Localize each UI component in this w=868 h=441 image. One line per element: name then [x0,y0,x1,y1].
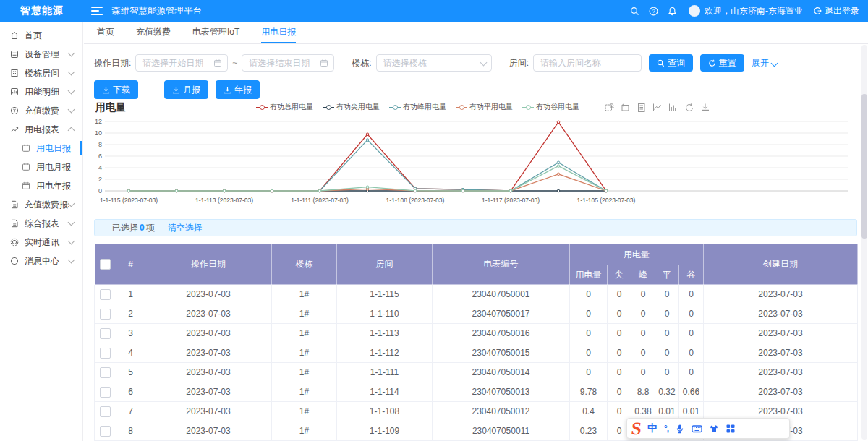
logout-button[interactable]: 退出登录 [813,5,859,17]
save-image-icon[interactable] [700,103,710,115]
selection-bar: 已选择 0 项 清空选择 [94,219,857,236]
start-date-input[interactable] [135,54,228,72]
bar-chart-icon[interactable] [668,103,678,115]
select-all-checkbox[interactable] [100,259,111,270]
microphone-icon[interactable] [675,424,685,434]
search-icon[interactable] [625,0,644,22]
row-checkbox[interactable] [100,426,111,437]
room-field[interactable] [539,57,636,69]
end-date-input[interactable] [242,54,334,72]
avatar[interactable] [689,5,700,17]
search-button[interactable]: 查询 [649,54,693,72]
row-created-date: 2023-07-03 [704,324,858,343]
sidebar-item-11[interactable]: 实时通讯 [0,233,82,252]
scrollbar-track[interactable] [861,45,867,440]
sidebar-item-label: 充值缴费 [25,105,69,117]
sidebar-item-label: 实时通讯 [25,236,69,249]
punctuation-icon[interactable]: °, [664,424,668,434]
row-checkbox[interactable] [100,387,111,398]
sidebar-item-5[interactable]: 用电报表 [0,120,82,139]
room-input[interactable] [533,54,642,72]
app-logo: 智慧能源 [0,4,84,17]
row-select-cell [95,324,116,343]
chevron-down-icon [68,87,75,95]
row-meter-no: 230407050017 [433,304,570,324]
sidebar-item-1[interactable]: 设备管理 [0,45,82,64]
sidebar-item-10[interactable]: 综合报表 [0,214,82,233]
row-room: 1-1-114 [337,382,433,402]
row-usage-ping: 0 [655,343,679,363]
building-select[interactable] [376,54,492,72]
search-icon [657,59,665,67]
table-row[interactable]: 32023-07-031#1-1-11323040705001600000202… [95,324,858,343]
main-content: 首页充值缴费电表管理IoT用电日报 操作日期: ~ 楼栋: 房间: [84,22,868,441]
legend-item-2[interactable]: 有功峰用电量 [389,102,446,112]
table-row[interactable]: 62023-07-031#1-1-1142304070500139.7808.8… [95,382,858,402]
end-date-field[interactable] [247,57,320,69]
keyboard-icon[interactable] [692,424,702,434]
sogou-logo[interactable]: S [631,419,643,437]
sidebar-item-9[interactable]: 充值缴费报表 [0,195,82,214]
collapse-menu-icon[interactable] [91,7,103,15]
restore-icon[interactable] [684,103,694,115]
device-icon [9,49,20,59]
data-view-icon[interactable] [637,103,647,115]
sidebar-item-0[interactable]: 首页 [0,26,82,45]
sidebar-item-8[interactable]: 用电年报 [0,176,82,195]
reset-button[interactable]: 重置 [700,54,744,72]
col-operation-date: 操作日期 [145,244,272,285]
start-date-field[interactable] [141,57,213,69]
tab-0[interactable]: 首页 [97,22,114,43]
legend-item-1[interactable]: 有功尖用电量 [323,102,380,112]
download-button[interactable]: 下载 [94,80,138,99]
legend-item-3[interactable]: 有功平用电量 [456,102,513,112]
row-checkbox[interactable] [100,367,111,378]
sidebar-item-4[interactable]: 充值缴费 [0,101,82,120]
row-checkbox[interactable] [100,348,111,359]
legend-item-4[interactable]: 有功谷用电量 [522,102,579,112]
row-checkbox[interactable] [100,328,111,339]
yearly-report-label: 年报 [234,84,252,96]
line-chart-icon[interactable] [652,103,663,115]
bell-icon[interactable] [663,0,681,22]
home-icon [9,30,20,40]
sidebar-item-12[interactable]: 消息中心 [0,252,82,270]
zoom-box-icon[interactable] [605,103,615,115]
toolbox-grid-icon[interactable] [726,424,736,434]
sidebar-item-2[interactable]: 楼栋房间 [0,64,82,82]
table-row[interactable]: 42023-07-031#1-1-11223040705001500000202… [95,343,858,363]
row-checkbox[interactable] [100,289,111,300]
monthly-report-button[interactable]: 月报 [164,80,208,99]
chevron-down-icon [68,106,75,114]
building-select-field[interactable] [382,57,481,69]
tab-1[interactable]: 充值缴费 [136,22,171,43]
row-checkbox[interactable] [100,406,111,417]
tab-2[interactable]: 电表管理IoT [192,22,239,43]
table-row[interactable]: 12023-07-031#1-1-11523040705000100000202… [95,285,858,304]
building-icon [9,68,20,78]
legend-marker-icon [522,104,534,110]
row-building: 1# [272,285,337,304]
legend-marker-icon [323,104,334,110]
chinese-mode-icon[interactable]: 中 [647,422,658,435]
table-row[interactable]: 52023-07-031#1-1-11123040705001400000202… [95,363,858,382]
row-checkbox[interactable] [100,309,111,320]
clear-selection-link[interactable]: 清空选择 [168,222,203,234]
row-room: 1-1-113 [337,324,433,343]
col-usage-sub-1: 尖 [608,265,631,285]
sidebar-item-6[interactable]: 用电日报 [0,139,82,158]
sidebar-item-7[interactable]: 用电月报 [0,158,82,176]
legend-item-0[interactable]: 有功总用电量 [256,102,313,112]
yearly-report-button[interactable]: 年报 [216,80,260,99]
help-icon[interactable]: ? [644,0,663,22]
sidebar-item-3[interactable]: 用能明细 [0,82,82,101]
row-operation-date: 2023-07-03 [145,402,272,421]
tab-3[interactable]: 用电日报 [261,22,296,43]
zoom-reset-icon[interactable] [621,103,631,115]
chevron-down-icon [68,219,75,226]
table-row[interactable]: 22023-07-031#1-1-11023040705001700000202… [95,304,858,324]
data-table-wrap: #操作日期楼栋房间电表编号用电量创建日期用电量尖峰平谷 12023-07-031… [94,244,857,441]
scrollbar-thumb[interactable] [861,94,867,239]
expand-link[interactable]: 展开 [752,57,777,69]
skin-shirt-icon[interactable] [709,424,719,434]
